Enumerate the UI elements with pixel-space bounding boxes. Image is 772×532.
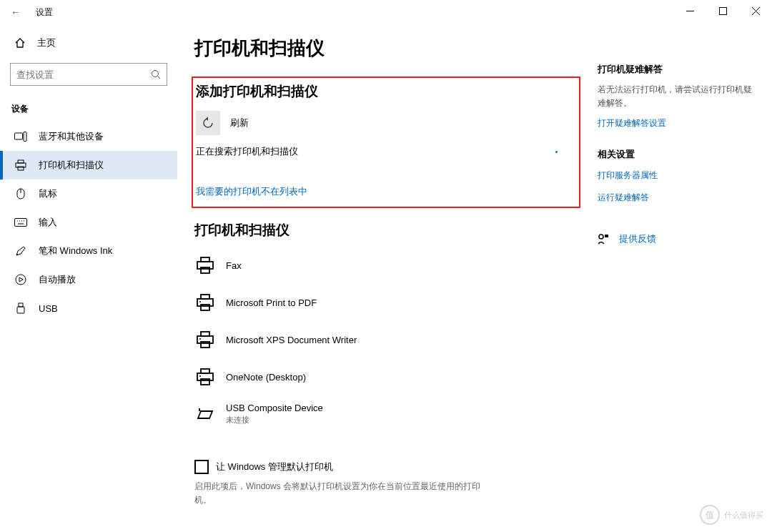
sidebar-item-label: 输入 (39, 216, 57, 229)
svg-rect-6 (15, 133, 23, 139)
sidebar-item-typing[interactable]: 输入 (0, 208, 177, 237)
search-input-container[interactable] (10, 63, 167, 86)
feedback-link[interactable]: 提供反馈 (598, 232, 755, 245)
svg-rect-7 (24, 132, 26, 142)
device-name: OneNote (Desktop) (226, 372, 306, 383)
devices-icon (14, 132, 27, 142)
sidebar-item-label: 自动播放 (39, 273, 76, 286)
feedback-icon (598, 233, 609, 245)
close-icon (752, 7, 760, 15)
home-icon (14, 37, 27, 49)
maximize-icon (719, 7, 727, 15)
svg-rect-34 (201, 369, 209, 373)
sidebar-item-label: 蓝牙和其他设备 (39, 130, 104, 143)
add-section-header: 添加打印机和扫描仪 (196, 82, 575, 101)
svg-rect-1 (719, 7, 726, 14)
searching-status: 正在搜索打印机和扫描仪 (196, 145, 575, 158)
printer-icon (194, 255, 216, 276)
svg-point-19 (16, 254, 18, 255)
autoplay-icon (14, 274, 27, 285)
run-troubleshoot-link[interactable]: 运行疑难解答 (598, 192, 755, 204)
print-server-link[interactable]: 打印服务器属性 (598, 169, 755, 182)
sidebar-item-printers[interactable]: 打印机和扫描仪 (0, 151, 177, 179)
device-name: Microsoft Print to PDF (226, 297, 317, 308)
sidebar-item-label: USB (39, 303, 58, 314)
right-panel: 打印机疑难解答 若无法运行打印机，请尝试运行打印机疑难解答。 打开疑难解答设置 … (598, 36, 755, 532)
page-title: 打印机和扫描仪 (194, 36, 580, 61)
refresh-label: 刷新 (230, 117, 249, 129)
back-button[interactable]: ← (9, 6, 23, 18)
refresh-icon (202, 117, 214, 129)
usb-icon (14, 302, 27, 314)
device-row[interactable]: USB Composite Device 未连接 (194, 395, 580, 433)
highlight-box: 添加打印机和扫描仪 刷新 正在搜索打印机和扫描仪 我需要的打印机不在列表中 (192, 77, 580, 208)
sidebar-item-pen[interactable]: 笔和 Windows Ink (0, 237, 177, 265)
home-label: 主页 (37, 36, 56, 49)
minimize-button[interactable] (673, 0, 706, 21)
sidebar-item-usb[interactable]: USB (0, 294, 177, 322)
sidebar-item-mouse[interactable]: 鼠标 (0, 179, 177, 208)
device-name: Microsoft XPS Document Writer (226, 335, 357, 345)
sidebar-item-autoplay[interactable]: 自动播放 (0, 265, 177, 294)
printer-icon (194, 329, 216, 350)
feedback-label: 提供反馈 (619, 232, 656, 245)
svg-point-37 (199, 375, 201, 377)
keyboard-icon (14, 218, 27, 227)
troubleshoot-header: 打印机疑难解答 (598, 63, 755, 76)
related-header: 相关设置 (598, 148, 755, 161)
device-name: USB Composite Device (226, 403, 323, 413)
svg-rect-8 (18, 160, 24, 163)
home-nav[interactable]: 主页 (0, 30, 177, 56)
maximize-button[interactable] (706, 0, 739, 21)
printer-icon (194, 366, 216, 388)
svg-point-20 (16, 275, 26, 285)
refresh-button[interactable] (196, 111, 220, 135)
close-button[interactable] (739, 0, 772, 21)
scanner-icon (194, 403, 216, 425)
device-row[interactable]: Fax (194, 247, 580, 284)
sidebar-item-bluetooth[interactable]: 蓝牙和其他设备 (0, 122, 177, 151)
pen-icon (14, 245, 27, 257)
device-name: Fax (226, 260, 242, 271)
troubleshoot-link[interactable]: 打开疑难解答设置 (598, 117, 755, 129)
printer-not-listed-link[interactable]: 我需要的打印机不在列表中 (196, 185, 307, 198)
svg-rect-21 (19, 303, 23, 307)
troubleshoot-text: 若无法运行打印机，请尝试运行打印机疑难解答。 (598, 83, 755, 110)
svg-rect-40 (605, 235, 608, 237)
window-title: 设置 (36, 6, 53, 19)
default-printer-label: 让 Windows 管理默认打印机 (216, 460, 333, 473)
svg-point-29 (199, 301, 201, 302)
default-printer-checkbox[interactable] (194, 460, 209, 474)
mouse-icon (14, 188, 27, 200)
svg-rect-13 (15, 219, 27, 227)
svg-rect-22 (17, 307, 24, 313)
devices-section-header: 打印机和扫描仪 (194, 221, 580, 240)
search-icon (151, 69, 161, 79)
svg-point-4 (152, 71, 159, 77)
sidebar-item-label: 笔和 Windows Ink (39, 245, 112, 257)
device-row[interactable]: Microsoft Print to PDF (194, 284, 580, 321)
sidebar-item-label: 打印机和扫描仪 (39, 159, 104, 172)
device-row[interactable]: Microsoft XPS Document Writer (194, 321, 580, 358)
printer-icon (14, 159, 27, 171)
sidebar: 主页 设备 蓝牙和其他设备 打印机和扫描仪 鼠标 输入 笔和 Windows I (0, 24, 177, 532)
search-input[interactable] (16, 69, 151, 80)
default-printer-description: 启用此项后，Windows 会将默认打印机设置为你在当前位置最近使用的打印机。 (194, 480, 480, 507)
sidebar-item-label: 鼠标 (39, 187, 57, 200)
svg-point-33 (199, 338, 201, 340)
watermark: 值 什么值得买 (700, 505, 763, 525)
printer-icon (194, 292, 216, 313)
device-row[interactable]: OneNote (Desktop) (194, 358, 580, 395)
minimize-icon (686, 7, 694, 15)
svg-line-5 (158, 77, 161, 79)
progress-dot (555, 151, 558, 153)
sidebar-group-header: 设备 (0, 90, 177, 122)
device-status: 未连接 (226, 415, 323, 425)
svg-point-39 (599, 235, 603, 239)
